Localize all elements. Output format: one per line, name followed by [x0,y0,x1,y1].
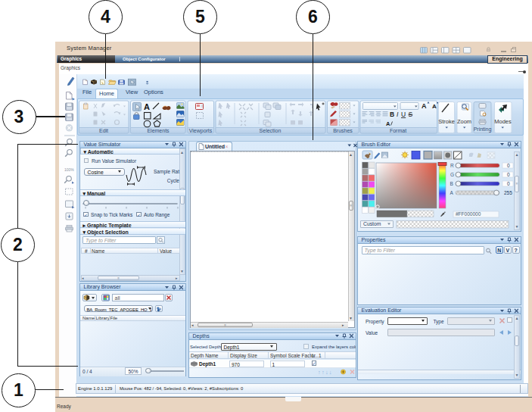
svg-text:A: A [450,190,454,195]
svg-text:Elements: Elements [147,128,170,133]
svg-text:Zoom: Zoom [457,118,471,125]
svg-text:Modes: Modes [494,118,512,125]
svg-text:B: B [450,181,453,186]
svg-text:Stroke: Stroke [438,118,455,125]
svg-text:100%: 100% [64,167,74,172]
svg-text:0: 0 [507,172,510,177]
svg-text:Custom: Custom [363,221,381,226]
svg-text:S: S [409,111,413,118]
svg-text:0: 0 [507,163,510,168]
svg-text:B: B [390,111,394,118]
svg-text:G: G [450,172,454,177]
svg-text:Viewports: Viewports [189,128,213,134]
svg-text:0: 0 [507,181,510,186]
svg-text:255: 255 [504,190,512,195]
svg-text:A: A [422,102,427,110]
svg-text:Printing: Printing [474,126,492,133]
svg-text:#FF000000: #FF000000 [456,211,481,217]
svg-text:A: A [386,120,390,127]
svg-text:R: R [450,163,454,168]
svg-text:Brushes: Brushes [333,128,353,133]
svg-text:U: U [401,111,406,118]
svg-text:A: A [432,103,437,110]
svg-text:Selection: Selection [260,128,282,133]
svg-text:Format: Format [390,128,406,133]
svg-text:A: A [144,102,150,111]
svg-text:Edit: Edit [99,128,108,133]
